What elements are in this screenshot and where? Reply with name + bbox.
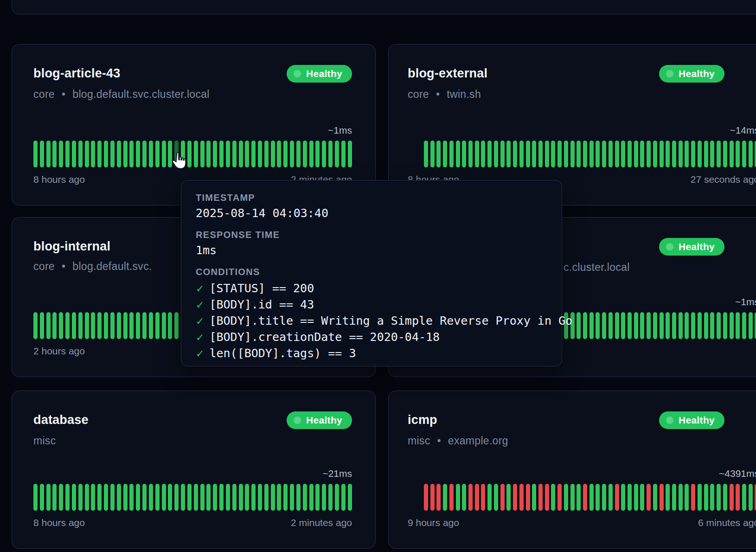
uptime-bar[interactable] <box>468 141 473 167</box>
uptime-bar[interactable] <box>666 141 670 167</box>
uptime-bar[interactable] <box>46 484 51 511</box>
uptime-bar[interactable] <box>136 312 140 339</box>
uptime-bar[interactable] <box>322 141 326 167</box>
uptime-bar[interactable] <box>149 141 153 167</box>
uptime-bar[interactable] <box>487 484 492 511</box>
uptime-bar[interactable] <box>506 141 511 167</box>
uptime-bar[interactable] <box>33 141 38 167</box>
uptime-bar[interactable] <box>91 141 95 167</box>
uptime-bar[interactable] <box>589 484 594 511</box>
uptime-bar[interactable] <box>264 141 269 167</box>
uptime-bar[interactable] <box>232 484 237 511</box>
uptime-bar[interactable] <box>609 484 613 511</box>
uptime-bar[interactable] <box>200 484 205 511</box>
uptime-bar[interactable] <box>123 312 128 339</box>
uptime-bar[interactable] <box>647 312 651 339</box>
uptime-bar[interactable] <box>33 484 38 511</box>
uptime-bar[interactable] <box>110 312 115 339</box>
uptime-bar[interactable] <box>142 484 147 511</box>
uptime-bar[interactable] <box>85 484 89 511</box>
uptime-bar[interactable] <box>123 141 128 167</box>
uptime-bar[interactable] <box>717 141 721 167</box>
uptime-bar[interactable] <box>155 312 160 339</box>
uptime-bar[interactable] <box>730 312 734 339</box>
uptime-bar[interactable] <box>449 141 454 167</box>
uptime-bar[interactable] <box>117 484 121 511</box>
uptime-bar[interactable] <box>40 484 44 511</box>
uptime-bar[interactable] <box>65 141 70 167</box>
uptime-bar[interactable] <box>679 312 683 339</box>
uptime-bar[interactable] <box>341 141 346 167</box>
uptime-bar[interactable] <box>519 141 524 167</box>
uptime-bar[interactable] <box>564 141 568 167</box>
uptime-bar[interactable] <box>33 312 38 339</box>
uptime-bar[interactable] <box>691 484 695 511</box>
uptime-bar[interactable] <box>117 141 121 167</box>
uptime-bar[interactable] <box>685 484 689 511</box>
uptime-bar[interactable] <box>226 484 230 511</box>
uptime-bar[interactable] <box>730 484 734 511</box>
uptime-bar[interactable] <box>557 141 562 167</box>
uptime-bar[interactable] <box>570 484 575 511</box>
uptime-bar[interactable] <box>640 141 644 167</box>
uptime-bar[interactable] <box>436 484 441 511</box>
uptime-bar[interactable] <box>742 312 746 339</box>
uptime-bar[interactable] <box>532 141 536 167</box>
uptime-bar[interactable] <box>129 141 134 167</box>
partial-card-above[interactable] <box>12 0 756 14</box>
uptime-bar[interactable] <box>723 312 727 339</box>
uptime-bar[interactable] <box>596 141 600 167</box>
uptime-bar[interactable] <box>40 141 44 167</box>
uptime-bar[interactable] <box>615 312 619 339</box>
uptime-bar[interactable] <box>481 141 485 167</box>
uptime-bar[interactable] <box>129 484 134 511</box>
uptime-bar[interactable] <box>136 141 140 167</box>
uptime-bar[interactable] <box>52 484 57 511</box>
endpoint-card-database[interactable]: database Healthy misc ~21ms 8 hours ago … <box>12 391 376 549</box>
uptime-bar[interactable] <box>475 484 479 511</box>
uptime-bar[interactable] <box>226 141 230 167</box>
uptime-bar[interactable] <box>110 141 115 167</box>
uptime-bar[interactable] <box>545 141 549 167</box>
uptime-bar[interactable] <box>142 312 147 339</box>
uptime-bar[interactable] <box>647 141 651 167</box>
uptime-bar[interactable] <box>481 484 485 511</box>
uptime-bar[interactable] <box>46 312 51 339</box>
uptime-bar[interactable] <box>532 484 536 511</box>
uptime-bar[interactable] <box>513 141 517 167</box>
uptime-bar[interactable] <box>251 484 256 511</box>
uptime-bar[interactable] <box>538 484 543 511</box>
uptime-bar[interactable] <box>443 141 447 167</box>
uptime-bar[interactable] <box>538 141 543 167</box>
uptime-bar[interactable] <box>736 312 740 339</box>
uptime-bar[interactable] <box>72 312 76 339</box>
uptime-bar[interactable] <box>487 141 492 167</box>
uptime-bar[interactable] <box>251 141 256 167</box>
uptime-bar[interactable] <box>468 484 473 511</box>
uptime-bar[interactable] <box>283 484 288 511</box>
uptime-bar[interactable] <box>328 141 333 167</box>
uptime-bar[interactable] <box>296 141 301 167</box>
uptime-bar[interactable] <box>679 141 683 167</box>
uptime-bar[interactable] <box>653 312 657 339</box>
uptime-bar[interactable] <box>123 484 128 511</box>
uptime-bar[interactable] <box>679 484 683 511</box>
uptime-bar[interactable] <box>91 312 95 339</box>
uptime-bar[interactable] <box>335 484 339 511</box>
uptime-bar[interactable] <box>710 312 714 339</box>
uptime-bar[interactable] <box>742 484 746 511</box>
uptime-bar[interactable] <box>672 141 676 167</box>
uptime-bar[interactable] <box>545 484 549 511</box>
uptime-bar[interactable] <box>328 484 333 511</box>
uptime-bar[interactable] <box>271 484 275 511</box>
uptime-bar[interactable] <box>704 141 708 167</box>
uptime-bar[interactable] <box>424 141 428 167</box>
uptime-bar[interactable] <box>424 484 428 511</box>
uptime-bar[interactable] <box>710 484 714 511</box>
uptime-bar[interactable] <box>583 141 587 167</box>
uptime-bar[interactable] <box>52 141 57 167</box>
uptime-bar[interactable] <box>653 141 657 167</box>
uptime-bar[interactable] <box>85 141 89 167</box>
uptime-bar[interactable] <box>239 484 243 511</box>
uptime-bar[interactable] <box>602 141 606 167</box>
